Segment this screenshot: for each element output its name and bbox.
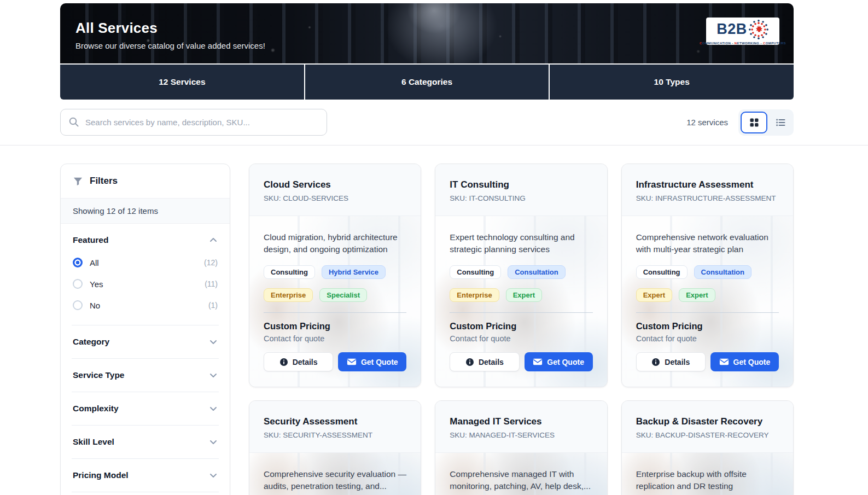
- search-icon: [68, 117, 79, 127]
- maple-leaf-dots-icon: [748, 19, 769, 40]
- filter-section-featured-header[interactable]: Featured: [72, 224, 219, 257]
- grid-view-button[interactable]: [741, 112, 767, 133]
- service-type-badge: Consultation: [508, 265, 565, 279]
- service-name: Security Assessment: [264, 416, 406, 427]
- chevron-down-icon: [209, 471, 218, 480]
- service-name: Cloud Services: [264, 179, 406, 190]
- filter-section-pricing-model: Pricing Model: [72, 459, 219, 492]
- view-toggle: [738, 109, 794, 136]
- service-card-managed-it-services: Managed IT Services SKU: MANAGED-IT-SERV…: [435, 400, 607, 495]
- service-sku: SKU: MANAGED-IT-SERVICES: [450, 431, 592, 439]
- filter-section-category: Category: [72, 325, 219, 359]
- envelope-icon: [533, 358, 543, 366]
- radio-selected[interactable]: [73, 258, 83, 267]
- service-name: Infrastructure Assessment: [636, 179, 779, 190]
- card-divider: [636, 312, 779, 313]
- pricing-label: Custom Pricing: [264, 321, 406, 331]
- details-button[interactable]: Details: [264, 352, 333, 371]
- category-badge: Consulting: [450, 265, 501, 279]
- filters-showing-count: Showing 12 of 12 items: [61, 199, 230, 224]
- get-quote-button[interactable]: Get Quote: [525, 352, 593, 371]
- search-input[interactable]: [60, 109, 327, 136]
- card-divider: [450, 312, 592, 313]
- service-description: Enterprise backup with offsite replicati…: [636, 468, 779, 493]
- service-type-badge: Hybrid Service: [322, 265, 386, 279]
- skill-badge: Specialist: [319, 288, 367, 302]
- service-name: IT Consulting: [450, 179, 592, 190]
- pricing-sub-label: Contact for quote: [264, 334, 406, 343]
- filter-section-skill-level-header[interactable]: Skill Level: [72, 426, 219, 458]
- filter-section-service-type-header[interactable]: Service Type: [72, 359, 219, 392]
- pricing-label: Custom Pricing: [450, 321, 592, 331]
- filters-title: Filters: [90, 176, 118, 187]
- radio-unselected[interactable]: [73, 279, 83, 289]
- radio-unselected[interactable]: [73, 300, 83, 310]
- section-divider: [0, 145, 868, 145]
- category-badge: Consulting: [264, 265, 315, 279]
- chevron-down-icon: [209, 438, 218, 446]
- info-icon: [465, 358, 474, 366]
- page-title: All Services: [75, 20, 265, 37]
- envelope-icon: [347, 358, 357, 366]
- service-type-badge: Consultation: [694, 265, 752, 279]
- details-button[interactable]: Details: [450, 352, 519, 371]
- complexity-badge: Enterprise: [264, 288, 313, 302]
- envelope-icon: [719, 358, 729, 366]
- pricing-sub-label: Contact for quote: [636, 334, 779, 343]
- filter-section-complexity-header[interactable]: Complexity: [72, 392, 219, 425]
- stats-bar: 12 Services 6 Categories 10 Types: [60, 65, 794, 100]
- pricing-sub-label: Contact for quote: [450, 334, 592, 343]
- featured-option-no[interactable]: No (1): [73, 300, 218, 310]
- filter-section-pricing-model-header[interactable]: Pricing Model: [72, 459, 219, 492]
- service-description: Comprehensive managed IT with monitoring…: [450, 468, 592, 493]
- service-name: Managed IT Services: [450, 416, 592, 427]
- filter-section-complexity: Complexity: [72, 392, 219, 426]
- featured-option-yes[interactable]: Yes (11): [73, 279, 218, 289]
- service-sku: SKU: BACKUP-DISASTER-RECOVERY: [636, 431, 779, 439]
- service-sku: SKU: INFRASTRUCTURE-ASSESSMENT: [636, 194, 779, 202]
- grid-icon: [749, 118, 759, 127]
- info-icon: [279, 358, 288, 366]
- stat-categories: 6 Categories: [305, 65, 549, 100]
- filter-section-featured: Featured All (12) Yes (11): [72, 224, 219, 325]
- get-quote-button[interactable]: Get Quote: [338, 352, 406, 371]
- list-view-button[interactable]: [770, 112, 791, 133]
- filter-section-service-type: Service Type: [72, 359, 219, 392]
- filter-section-skill-level: Skill Level: [72, 426, 219, 459]
- toolbar: 12 services: [60, 109, 794, 136]
- list-icon: [776, 118, 785, 127]
- skill-badge: Expert: [506, 288, 542, 302]
- page-subtitle: Browse our diverse catalog of value adde…: [75, 41, 265, 50]
- stat-types: 10 Types: [550, 65, 794, 100]
- logo-tagline: COMMUNICATION - NETWORKING - COMPUTERS: [700, 42, 786, 45]
- details-button[interactable]: Details: [636, 352, 706, 371]
- complexity-badge: Expert: [636, 288, 672, 302]
- chevron-down-icon: [209, 371, 218, 380]
- service-card-cloud-services: Cloud Services SKU: CLOUD-SERVICES Cloud…: [249, 164, 421, 387]
- service-sku: SKU: IT-CONSULTING: [450, 194, 592, 202]
- service-sku: SKU: CLOUD-SERVICES: [264, 194, 406, 202]
- filter-funnel-icon: [73, 176, 83, 187]
- complexity-badge: Enterprise: [450, 288, 499, 302]
- service-card-it-consulting: IT Consulting SKU: IT-CONSULTING Expert …: [435, 164, 607, 387]
- service-card-security-assessment: Security Assessment SKU: SECURITY-ASSESS…: [249, 400, 421, 495]
- service-card-infrastructure-assessment: Infrastructure Assessment SKU: INFRASTRU…: [621, 164, 794, 387]
- service-name: Backup & Disaster Recovery: [636, 416, 779, 427]
- hero-banner: All Services Browse our diverse catalog …: [60, 3, 794, 63]
- card-divider: [264, 312, 406, 313]
- stat-services: 12 Services: [60, 65, 304, 100]
- b2b-logo: B2B: [706, 18, 779, 45]
- service-description: Expert technology consulting and strateg…: [450, 231, 592, 256]
- filter-section-category-header[interactable]: Category: [72, 325, 219, 358]
- info-icon: [651, 358, 660, 366]
- services-grid: Cloud Services SKU: CLOUD-SERVICES Cloud…: [249, 164, 794, 495]
- skill-badge: Expert: [679, 288, 715, 302]
- service-description: Comprehensive security evaluation — audi…: [264, 468, 406, 493]
- service-card-backup-disaster-recovery: Backup & Disaster Recovery SKU: BACKUP-D…: [621, 400, 794, 495]
- get-quote-button[interactable]: Get Quote: [710, 352, 779, 371]
- service-description: Comprehensive network evaluation with mu…: [636, 231, 779, 256]
- chevron-down-icon: [209, 404, 218, 413]
- featured-option-all[interactable]: All (12): [73, 258, 218, 267]
- services-count: 12 services: [686, 118, 728, 127]
- category-badge: Consulting: [636, 265, 688, 279]
